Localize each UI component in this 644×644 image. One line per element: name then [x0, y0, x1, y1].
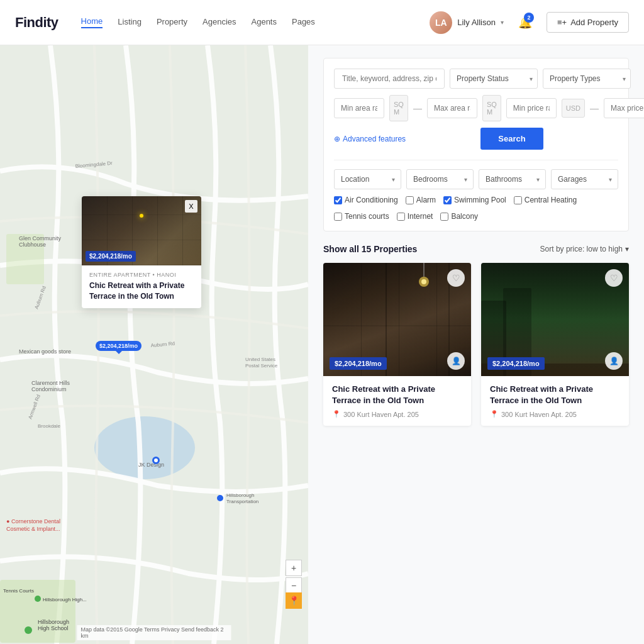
nav-pages[interactable]: Pages	[292, 17, 315, 28]
map-popup-price: $2,204,218/mo	[86, 251, 136, 262]
card-1-location-icon: 📍	[332, 410, 341, 418]
header: Findity Home Listing Property Agencies A…	[0, 0, 644, 45]
search-button[interactable]: Search	[480, 128, 543, 150]
nav-agents[interactable]: Agents	[252, 17, 277, 28]
max-area-unit: SQ M	[482, 95, 501, 121]
card-1-address-text: 300 Kurt Haven Apt. 205	[343, 411, 419, 418]
amenity-swimming-pool-label: Swimming Pool	[454, 196, 506, 204]
svg-text:Mexican goods store: Mexican goods store	[19, 348, 71, 355]
amenity-balcony-checkbox[interactable]	[440, 213, 448, 221]
right-panel: Property Status Property Types SQ M — SQ…	[308, 45, 644, 644]
card-1-image: $2,204,218/mo ♡ 👤	[323, 263, 471, 376]
location-select[interactable]: Location	[334, 169, 401, 189]
svg-text:Hillsborough: Hillsborough	[38, 619, 69, 625]
nav-agencies[interactable]: Agencies	[203, 17, 236, 28]
nav-property[interactable]: Property	[157, 17, 187, 28]
card-1-title: Chic Retreat with a Private Terrace in t…	[332, 384, 462, 406]
bathrooms-wrap: Bathrooms	[479, 169, 546, 189]
card-2-address-text: 300 Kurt Haven Apt. 205	[501, 411, 577, 418]
add-property-label: Add Property	[570, 18, 618, 27]
amenity-swimming-pool-checkbox[interactable]	[443, 196, 452, 204]
notification-button[interactable]: 🔔 2	[514, 11, 536, 34]
card-1-person-icon: 👤	[447, 352, 465, 370]
amenity-tennis-courts[interactable]: Tennis courts	[334, 212, 389, 221]
amenity-central-heating-checkbox[interactable]	[514, 196, 522, 204]
card-1-address: 📍 300 Kurt Haven Apt. 205	[332, 410, 462, 418]
map-popup: X $2,204,218/mo ENTIRE APARTMENT • HANOI…	[82, 196, 201, 308]
min-price-input[interactable]	[506, 98, 557, 118]
search-row-2: SQ M — SQ M USD — USD	[334, 95, 618, 121]
svg-text:Transportation: Transportation	[226, 499, 258, 504]
user-menu[interactable]: LA Lily Allison ▾	[430, 11, 504, 34]
amenity-air-conditioning-checkbox[interactable]	[334, 196, 342, 204]
card-2-location-icon: 📍	[490, 410, 499, 418]
nav-listing[interactable]: Listing	[118, 17, 142, 28]
map-controls: + −	[286, 560, 302, 594]
svg-point-14	[217, 495, 223, 501]
amenity-central-heating[interactable]: Central Heating	[514, 196, 577, 204]
svg-text:Claremont Hills: Claremont Hills	[31, 380, 70, 386]
card-2-title: Chic Retreat with a Private Terrace in t…	[490, 384, 620, 406]
svg-text:Brookdale: Brookdale	[38, 423, 61, 429]
notification-badge: 2	[524, 13, 534, 23]
max-price-input[interactable]	[604, 98, 644, 118]
card-2-body: Chic Retreat with a Private Terrace in t…	[481, 376, 629, 426]
sort-arrow: ▾	[625, 245, 629, 253]
card-2-price: $2,204,218/mo	[487, 357, 545, 370]
search-row-3: ⊕ Advanced features Search	[334, 128, 618, 150]
max-area-input[interactable]	[427, 98, 477, 118]
card-2-favorite-button[interactable]: ♡	[605, 269, 623, 287]
advanced-row-1: Location Bedrooms Bathrooms	[334, 169, 618, 189]
property-types-select[interactable]: Property Types	[543, 69, 631, 89]
garages-select[interactable]: Garages	[551, 169, 618, 189]
amenity-internet-checkbox[interactable]	[397, 213, 405, 221]
area-dash: —	[413, 103, 422, 113]
logo[interactable]: Findity	[15, 14, 58, 31]
amenity-alarm-checkbox[interactable]	[406, 196, 414, 204]
bathrooms-select[interactable]: Bathrooms	[479, 169, 546, 189]
results-count: Show all 15 Properties	[323, 244, 417, 254]
card-2-person-icon: 👤	[605, 352, 623, 370]
amenity-swimming-pool[interactable]: Swimming Pool	[443, 196, 506, 204]
property-cards-grid: $2,204,218/mo ♡ 👤 Chic Retreat with a Pr…	[323, 263, 629, 426]
nav-home[interactable]: Home	[81, 16, 103, 28]
min-area-input[interactable]	[334, 98, 384, 118]
svg-text:Glen Community: Glen Community	[19, 235, 62, 242]
amenity-air-conditioning[interactable]: Air Conditioning	[334, 196, 398, 204]
svg-point-28	[25, 626, 32, 634]
price-dash: —	[590, 103, 599, 113]
advanced-icon: ⊕	[334, 135, 340, 143]
bedrooms-select[interactable]: Bedrooms	[406, 169, 474, 189]
svg-text:High School: High School	[38, 625, 69, 631]
add-property-icon: ≡+	[557, 18, 567, 27]
amenity-tennis-courts-checkbox[interactable]	[334, 213, 342, 221]
amenity-tennis-courts-label: Tennis courts	[345, 212, 389, 221]
main-search-input[interactable]	[334, 69, 445, 89]
sort-wrap[interactable]: Sort by price: low to high ▾	[540, 245, 629, 253]
amenity-internet[interactable]: Internet	[397, 212, 433, 221]
search-row-1: Property Status Property Types	[334, 69, 618, 89]
svg-point-35	[421, 279, 426, 284]
svg-text:Clubhouse: Clubhouse	[19, 242, 46, 248]
card-1-favorite-button[interactable]: ♡	[447, 269, 465, 287]
advanced-features-link[interactable]: ⊕ Advanced features	[334, 135, 406, 143]
map-popup-close-button[interactable]: X	[185, 200, 197, 213]
add-property-button[interactable]: ≡+ Add Property	[547, 12, 629, 33]
map-popup-type: ENTIRE APARTMENT • HANOI	[89, 272, 194, 278]
zoom-in-button[interactable]: +	[286, 560, 302, 576]
map-popup-body: ENTIRE APARTMENT • HANOI Chic Retreat wi…	[82, 265, 201, 308]
svg-text:Postal Service: Postal Service	[245, 363, 278, 369]
property-status-select[interactable]: Property Status	[450, 69, 538, 89]
property-types-wrap: Property Types	[543, 69, 631, 89]
property-status-wrap: Property Status	[450, 69, 538, 89]
map-location-button[interactable]: 📍	[286, 592, 302, 609]
svg-point-13	[154, 458, 158, 462]
avatar-initials: LA	[435, 18, 447, 28]
zoom-out-button[interactable]: −	[286, 577, 302, 594]
map-background: Glen Community Clubhouse Mexican goods s…	[0, 45, 308, 644]
map-price-pin[interactable]: $2,204,218/mo	[96, 341, 142, 351]
amenity-central-heating-label: Central Heating	[525, 196, 577, 204]
svg-text:Condominium: Condominium	[31, 386, 67, 392]
amenity-balcony[interactable]: Balcony	[440, 212, 478, 221]
amenity-alarm[interactable]: Alarm	[406, 196, 436, 204]
